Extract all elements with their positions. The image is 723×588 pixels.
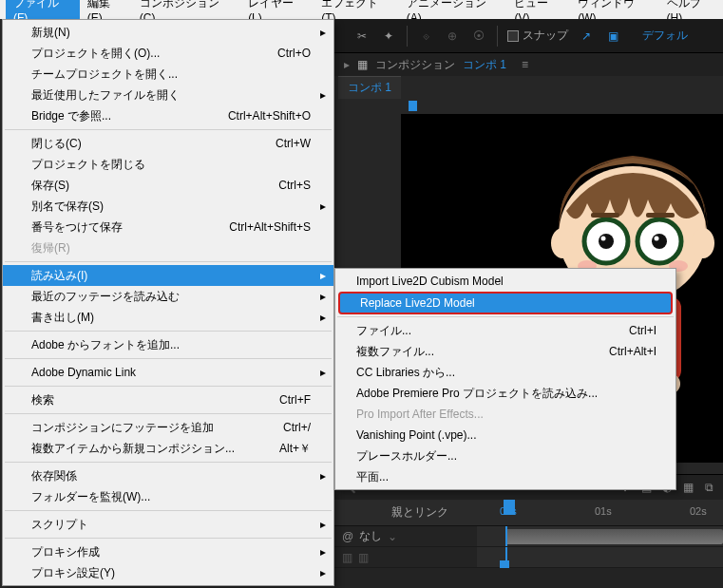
layer-track[interactable] [477,526,723,546]
submenu-cc-libraries[interactable]: CC Libraries から... [335,362,675,383]
menu-new[interactable]: 新規(N)▸ [3,22,333,43]
submenu-arrow-icon: ▸ [320,518,326,531]
menu-set-proxy[interactable]: プロキシ設定(Y)▸ [3,562,333,583]
timeline-panel: 🔍 ❉ ▤ ◐ ▦ ⧉ 親とリンク 00s 01s 02s @ なし ⌄ ▥ ▥ [334,474,723,588]
menu-create-proxy[interactable]: プロキシ作成▸ [3,541,333,562]
menu-close-project[interactable]: プロジェクトを閉じる [3,154,333,175]
viewer-tab[interactable]: コンポ 1 [338,76,401,99]
import-submenu: Import Live2D Cubism Model Replace Live2… [334,268,676,490]
time-tick: 01s [595,505,612,517]
panel-menu-icon[interactable]: ≡ [522,58,528,71]
submenu-import-live2d[interactable]: Import Live2D Cubism Model [335,271,675,292]
svg-point-11 [551,228,574,258]
toolbar-separator [407,26,408,47]
menu-import[interactable]: 読み込み(I)▸ [3,265,333,286]
menu-export[interactable]: 書き出し(M)▸ [3,307,333,328]
menu-revert: 復帰(R) [3,237,333,258]
toggle-switches-icon[interactable]: ▥ [342,551,352,564]
menu-separator [5,386,332,387]
submenu-arrow-icon: ▸ [320,199,326,213]
submenu-arrow-icon: ▸ [320,366,326,379]
menu-separator [5,538,332,539]
menu-separator [337,316,674,317]
playhead[interactable] [504,500,515,515]
timeline-row[interactable]: @ なし ⌄ [334,526,723,547]
svg-point-18 [655,237,659,241]
submenu-replace-live2d[interactable]: Replace Live2D Model [339,293,672,313]
composition-header-label: コンポジション [375,57,455,73]
menu-separator [5,413,332,414]
rotobrush-icon[interactable]: ✂ [353,28,371,45]
parent-link-header: 親とリンク [334,500,477,525]
menu-open-team-project[interactable]: チームプロジェクトを開く... [3,64,333,85]
submenu-arrow-icon: ▸ [320,26,326,39]
disclosure-icon[interactable]: ▸ [344,58,350,71]
checkbox-icon[interactable] [507,30,519,42]
workspace-switcher[interactable]: デフォル [642,28,688,44]
submenu-placeholder[interactable]: プレースホルダー... [335,446,675,466]
submenu-solid[interactable]: 平面... [335,466,675,487]
submenu-pro-import: Pro Import After Effects... [335,404,675,425]
puppet-pin-icon[interactable]: ✦ [380,28,397,45]
menu-save[interactable]: 保存(S)Ctrl+S [3,175,333,196]
submenu-premiere-project[interactable]: Adobe Premiere Pro プロジェクトを読み込み... [335,383,675,404]
menu-open-project[interactable]: プロジェクトを開く(O)...Ctrl+O [3,43,333,64]
menu-separator [5,129,332,130]
render-queue-icon[interactable]: ⧉ [700,479,717,496]
guide-marker-top[interactable] [409,101,417,111]
layer-track[interactable] [477,547,723,567]
menu-add-fonts[interactable]: Adobe からフォントを追加... [3,334,333,355]
submenu-vanishing-point[interactable]: Vanishing Point (.vpe)... [335,425,675,446]
composition-name-link[interactable]: コンポ 1 [463,57,506,73]
menu-separator [5,510,332,511]
menu-watch-folder[interactable]: フォルダーを監視(W)... [3,486,333,507]
menu-find[interactable]: 検索Ctrl+F [3,389,333,410]
menu-import-recent-footage[interactable]: 最近のフッテージを読み込む▸ [3,286,333,307]
axis-view-icon[interactable]: ⦿ [470,28,487,45]
menu-separator [5,462,332,463]
time-tick: 02s [690,505,707,517]
submenu-arrow-icon: ▸ [320,545,326,559]
pickwhip-icon[interactable]: @ [342,530,353,543]
axis-local-icon[interactable]: ⟐ [417,28,434,45]
parent-dropdown[interactable]: なし [359,528,382,544]
dropdown-arrow-icon[interactable]: ⌄ [388,530,397,543]
submenu-import-multiple[interactable]: 複数ファイル...Ctrl+Alt+I [335,341,675,362]
menu-separator [5,261,332,262]
graph-editor-icon[interactable]: ▦ [679,479,696,496]
toggle-modes-icon[interactable]: ▥ [358,551,369,564]
work-area-handle[interactable] [500,560,509,568]
menubar: ファイル(F) 編集(E) コンポジション(C) レイヤー(L) エフェクト(T… [0,0,723,19]
file-menu-dropdown: 新規(N)▸ プロジェクトを開く(O)...Ctrl+O チームプロジェクトを開… [2,19,334,586]
svg-point-15 [599,234,614,249]
menu-browse-bridge[interactable]: Bridge で参照...Ctrl+Alt+Shift+O [3,105,333,126]
submenu-arrow-icon: ▸ [320,311,326,324]
axis-world-icon[interactable]: ⊕ [444,28,461,45]
time-ruler[interactable]: 00s 01s 02s [477,500,723,525]
menu-dependencies[interactable]: 依存関係▸ [3,465,333,486]
menu-new-comp-from-selection[interactable]: 複数アイテムから新規コンポジション...Alt+￥ [3,438,333,459]
menu-close[interactable]: 閉じる(C)Ctrl+W [3,133,333,154]
menu-add-footage-to-comp[interactable]: コンポジションにフッテージを追加Ctrl+/ [3,417,333,438]
submenu-arrow-icon: ▸ [320,469,326,483]
submenu-import-file[interactable]: ファイル...Ctrl+I [335,320,675,341]
svg-point-12 [692,228,714,258]
menu-increment-save[interactable]: 番号をつけて保存Ctrl+Alt+Shift+S [3,217,333,237]
menu-save-as[interactable]: 別名で保存(S)▸ [3,196,333,217]
snap-toggle[interactable]: スナップ [507,28,568,44]
composition-icon: ▦ [357,58,368,71]
toolbar: ✂ ✦ ⟐ ⊕ ⦿ スナップ ↗ ▣ デフォル [334,19,723,53]
timeline-row[interactable]: ▥ ▥ [334,547,723,568]
menu-separator [5,358,332,359]
menu-scripts[interactable]: スクリプト▸ [3,514,333,535]
bounds-icon[interactable]: ▣ [604,28,621,45]
menu-open-recent[interactable]: 最近使用したファイルを開く▸ [3,85,333,105]
toolbar-separator [497,26,498,47]
svg-rect-19 [591,213,619,218]
svg-point-16 [652,234,667,249]
snapping-options-icon[interactable]: ↗ [578,28,595,45]
timeline-header: 親とリンク 00s 01s 02s [334,500,723,526]
menu-separator [5,331,332,332]
work-area-bar[interactable] [505,529,723,544]
menu-dynamic-link[interactable]: Adobe Dynamic Link▸ [3,362,333,383]
